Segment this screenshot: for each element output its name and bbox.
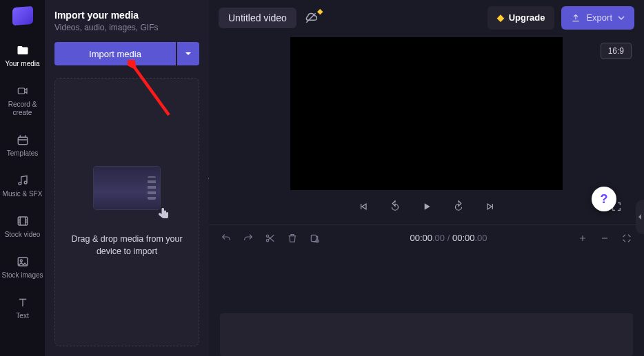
nav-label: Templates — [6, 149, 40, 158]
import-media-dropdown[interactable] — [177, 42, 199, 65]
preview-zone: 16:9 — [209, 36, 644, 213]
nav-record-create[interactable]: Record & create — [0, 78, 45, 124]
media-dropzone[interactable]: Drag & drop media from your device to im… — [54, 78, 199, 346]
timeline-toolbar: 00:00.00 / 00:00.00 — [209, 224, 644, 251]
app-logo — [12, 6, 33, 26]
pointer-hand-icon — [156, 207, 172, 223]
zoom-out-button[interactable] — [598, 232, 611, 244]
upload-icon — [571, 13, 581, 23]
project-title[interactable]: Untitled video — [219, 8, 296, 28]
diamond-badge-icon: ◆ — [317, 7, 323, 16]
forward-button[interactable] — [452, 200, 465, 213]
split-button[interactable] — [264, 232, 276, 244]
nav-label: Your media — [3, 60, 41, 68]
folder-icon — [17, 44, 29, 56]
svg-rect-1 — [18, 137, 28, 145]
music-icon — [17, 174, 29, 187]
diamond-icon: ◆ — [497, 12, 504, 23]
zoom-in-button[interactable] — [576, 232, 589, 244]
nav-text[interactable]: Text — [0, 289, 45, 327]
media-placeholder-icon — [94, 167, 160, 209]
player-controls — [209, 200, 644, 213]
chevron-left-icon — [637, 213, 643, 220]
nav-your-media[interactable]: Your media — [0, 37, 45, 75]
nav-music-sfx[interactable]: Music & SFX — [0, 167, 45, 205]
nav-stock-video[interactable]: Stock video — [0, 208, 45, 246]
chevron-down-icon — [618, 14, 625, 21]
svg-point-6 — [20, 260, 22, 262]
cloud-sync-button[interactable]: ◆ — [303, 11, 319, 25]
export-button[interactable]: Export — [561, 6, 634, 30]
image-icon — [17, 255, 29, 268]
main-area: Untitled video ◆ ◆ Upgrade Export 16:9 — [209, 0, 644, 356]
export-label: Export — [586, 12, 612, 23]
chevron-down-icon — [185, 50, 192, 57]
nav-label: Stock images — [0, 271, 44, 280]
duplicate-button[interactable] — [308, 232, 321, 244]
skip-start-button[interactable] — [356, 200, 370, 213]
svg-point-9 — [266, 239, 268, 241]
svg-point-8 — [266, 235, 268, 237]
right-panel-collapse-handle[interactable] — [636, 200, 644, 234]
templates-icon — [17, 134, 29, 146]
svg-rect-4 — [18, 217, 28, 225]
aspect-ratio-button[interactable]: 16:9 — [601, 43, 632, 59]
media-panel: Import your media Videos, audio, images,… — [45, 0, 209, 356]
film-icon — [17, 215, 29, 227]
help-button[interactable]: ? — [592, 187, 616, 211]
upgrade-label: Upgrade — [509, 12, 545, 23]
nav-stock-images[interactable]: Stock images — [0, 249, 45, 286]
rewind-button[interactable] — [388, 200, 402, 213]
nav-templates[interactable]: Templates — [0, 127, 45, 165]
undo-button[interactable] — [220, 232, 232, 244]
cloud-off-icon — [303, 11, 319, 25]
svg-line-7 — [306, 13, 315, 22]
fit-button[interactable] — [621, 232, 633, 244]
nav-label: Stock video — [3, 231, 42, 239]
svg-point-2 — [19, 182, 21, 185]
camera-icon — [17, 85, 29, 97]
delete-button[interactable] — [286, 232, 299, 244]
nav-label: Record & create — [0, 101, 45, 117]
text-icon — [17, 296, 29, 308]
nav-label: Text — [14, 312, 30, 320]
nav-rail: Your media Record & create Templates Mus… — [0, 0, 45, 356]
topbar: Untitled video ◆ ◆ Upgrade Export — [209, 0, 644, 36]
video-preview[interactable] — [290, 37, 563, 190]
timeline-track[interactable] — [220, 313, 633, 356]
nav-label: Music & SFX — [1, 190, 44, 198]
dropzone-text: Drag & drop media from your device to im… — [63, 233, 190, 258]
svg-point-3 — [24, 181, 27, 184]
play-button[interactable] — [420, 200, 434, 213]
upgrade-button[interactable]: ◆ Upgrade — [487, 6, 555, 30]
import-media-button[interactable]: Import media — [54, 42, 176, 65]
svg-rect-0 — [18, 88, 24, 94]
panel-subtitle: Videos, audio, images, GIFs — [54, 23, 199, 32]
panel-title: Import your media — [54, 10, 199, 21]
redo-button[interactable] — [242, 232, 254, 244]
skip-end-button[interactable] — [483, 200, 497, 213]
import-row: Import media — [54, 42, 199, 65]
time-display: 00:00.00 / 00:00.00 — [330, 233, 567, 243]
